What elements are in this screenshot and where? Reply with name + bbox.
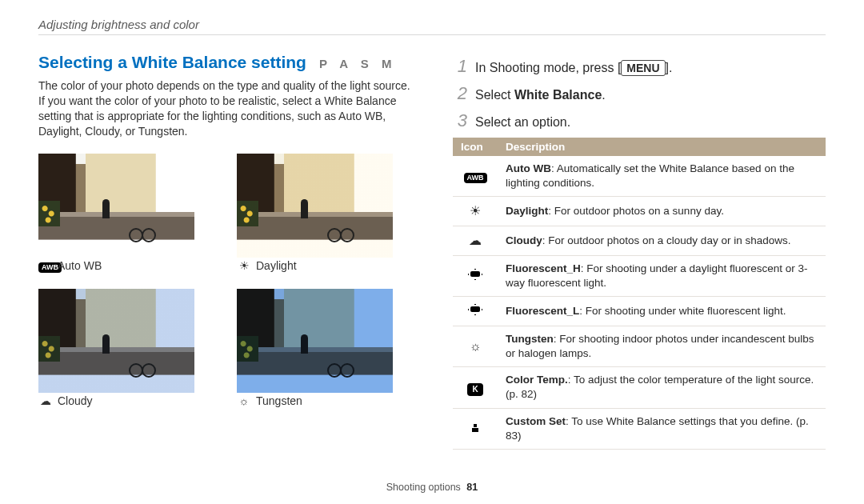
steps-list: 1 In Shooting mode, press [MENU]. 2 Sele… [453, 56, 826, 131]
step-number: 1 [453, 56, 467, 77]
step-text: Select [475, 88, 514, 102]
table-desc: Fluorescent_H: For shooting under a dayl… [498, 255, 826, 296]
sample-grid: AWB Auto WB ☀ Daylight [38, 154, 414, 415]
sample-auto-wb [38, 154, 194, 258]
caption-tungsten: ☼ Tungsten [237, 394, 414, 407]
caption-label: Cloudy [58, 394, 93, 407]
caption-auto-wb: AWB Auto WB [38, 259, 216, 273]
table-desc: Custom Set: To use White Balance setting… [498, 408, 826, 449]
step-text: Select an option. [475, 115, 570, 130]
table-row: ☁Cloudy: For outdoor photos on a cloudy … [453, 226, 826, 256]
table-desc: Auto WB: Automatically set the White Bal… [498, 156, 826, 197]
menu-button-glyph: MENU [621, 60, 665, 76]
table-desc: Daylight: For outdoor photos on a sunny … [498, 197, 826, 226]
th-description: Description [498, 138, 826, 156]
sample-tungsten [237, 289, 393, 393]
page-title: Selecting a White Balance setting [38, 53, 306, 72]
step-text: ]. [666, 61, 673, 74]
table-row: KColor Temp.: To adjust the color temper… [453, 367, 826, 408]
table-row: ☼Tungsten: For shooting indoor photos un… [453, 326, 826, 366]
fluorescent-l-icon [468, 304, 482, 315]
caption-cloudy: ☁ Cloudy [38, 394, 216, 407]
tungsten-icon: ☼ [470, 339, 482, 353]
daylight-icon: ☀ [237, 259, 251, 272]
step-3: 3 Select an option. [453, 110, 826, 131]
divider [38, 34, 826, 35]
table-row: Fluorescent_L: For shooting under white … [453, 297, 826, 326]
intro-text: The color of your photo depends on the t… [38, 78, 414, 139]
caption-daylight: ☀ Daylight [237, 259, 414, 272]
table-desc: Tungsten: For shooting indoor photos und… [498, 326, 826, 366]
breadcrumb: Adjusting brightness and color [38, 18, 826, 31]
step-2: 2 Select White Balance. [453, 83, 826, 104]
fluorescent-h-icon [468, 269, 482, 280]
table-row: ☀Daylight: For outdoor photos on a sunny… [453, 197, 826, 226]
step-text: . [602, 88, 605, 102]
step-number: 3 [453, 110, 467, 131]
color-temp-icon: K [467, 383, 482, 396]
table-row: Fluorescent_H: For shooting under a dayl… [453, 255, 826, 296]
step-1: 1 In Shooting mode, press [MENU]. [453, 56, 826, 77]
tungsten-icon: ☼ [237, 394, 251, 407]
footer-section: Shooting options [386, 482, 461, 493]
wb-options-table: Icon Description AWBAuto WB: Automatical… [453, 138, 826, 450]
cloudy-icon: ☁ [469, 234, 482, 247]
step-number: 2 [453, 83, 467, 104]
daylight-icon: ☀ [470, 204, 481, 218]
step-text: In Shooting mode, press [ [475, 61, 621, 74]
table-desc: Color Temp.: To adjust the color tempera… [498, 367, 826, 408]
auto-wb-icon: AWB [464, 173, 487, 183]
table-desc: Cloudy: For outdoor photos on a cloudy d… [498, 226, 826, 256]
cloudy-icon: ☁ [38, 394, 53, 407]
step-bold: White Balance [514, 88, 602, 102]
auto-wb-icon: AWB [38, 259, 53, 273]
sample-cloudy [38, 289, 194, 393]
caption-label: Daylight [256, 259, 297, 272]
table-row: AWBAuto WB: Automatically set the White … [453, 156, 826, 197]
caption-label: Tungsten [256, 394, 302, 407]
footer-page-number: 81 [466, 482, 478, 493]
table-row: Custom Set: To use White Balance setting… [453, 408, 826, 449]
sample-daylight [237, 154, 393, 258]
custom-set-icon [470, 422, 481, 433]
table-desc: Fluorescent_L: For shooting under white … [498, 297, 826, 326]
th-icon: Icon [453, 138, 498, 156]
page-footer: Shooting options 81 [0, 482, 864, 493]
mode-badges: P A S M [319, 57, 396, 70]
caption-label: Auto WB [58, 259, 102, 272]
